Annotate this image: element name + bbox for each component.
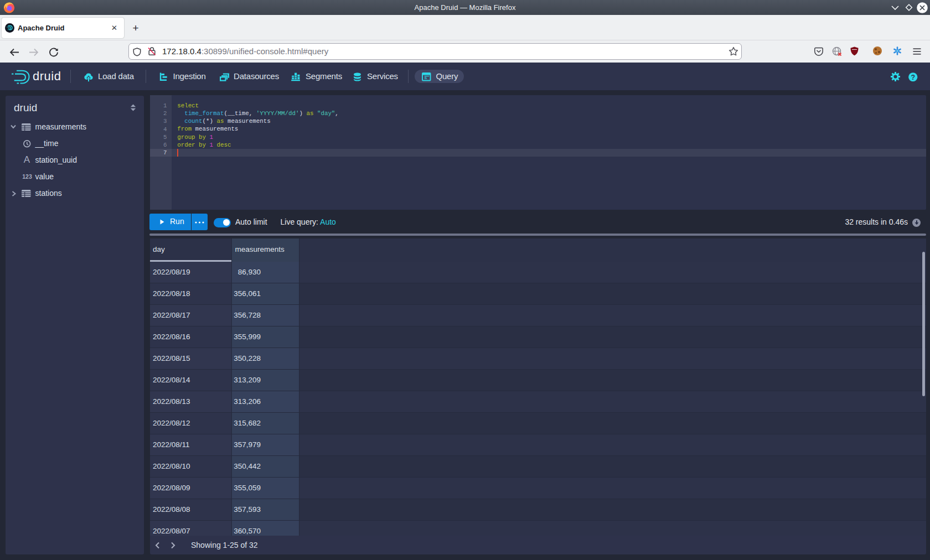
svg-text:?: ? [911,74,916,81]
